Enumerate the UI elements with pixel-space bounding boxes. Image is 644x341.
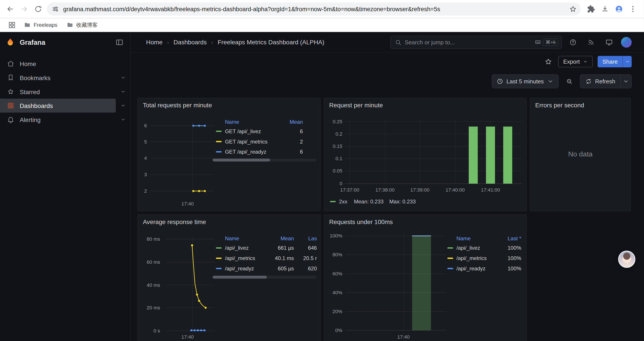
legend-col-last[interactable]: Last *: [498, 235, 521, 241]
back-button[interactable]: [3, 2, 17, 16]
profile-avatar-icon: [615, 5, 623, 13]
browser-menu-button[interactable]: [626, 2, 640, 16]
share-menu-button[interactable]: [623, 56, 632, 67]
downloads-button[interactable]: [598, 2, 612, 16]
bookmark-folder-freeleaps[interactable]: Freeleaps: [21, 20, 60, 30]
series-name[interactable]: /api/_readyz: [456, 265, 486, 272]
chevron-down-icon: [625, 59, 630, 64]
legend-row[interactable]: GET /api/_readyz 6: [216, 147, 303, 157]
sidebar: Grafana Home Bookmarks: [0, 32, 131, 341]
series-name[interactable]: /api/_livez: [456, 245, 480, 251]
sidebar-item-bookmarks[interactable]: Bookmarks: [0, 71, 130, 85]
legend-row[interactable]: GET /api/_metrics 2: [216, 137, 303, 147]
sidebar-item-label: Dashboards: [20, 102, 53, 109]
y-tick: 0.2: [326, 131, 342, 137]
favorite-dashboard-button[interactable]: [544, 57, 554, 67]
panel-title[interactable]: Average response time: [143, 218, 206, 225]
top-header: Home › Dashboards › Freeleaps Metrics Da…: [131, 32, 644, 53]
extensions-button[interactable]: [584, 2, 598, 16]
time-range-label: Last 5 minutes: [506, 78, 544, 85]
scrollbar-thumb[interactable]: [212, 159, 270, 162]
time-range-picker[interactable]: Last 5 minutes: [492, 74, 558, 88]
panel-title[interactable]: Request per minute: [329, 102, 383, 109]
sidebar-item-dashboards[interactable]: Dashboards: [0, 99, 130, 113]
legend-row[interactable]: /api/_metrics 40.1 ms 20.5 r: [216, 253, 317, 263]
panel-title[interactable]: Requests under 100ms: [329, 218, 393, 225]
x-tick: 17:40:00: [441, 187, 470, 193]
series-name[interactable]: /api/_readyz: [225, 265, 254, 272]
apps-grid-button[interactable]: [6, 20, 17, 30]
legend-col-mean[interactable]: Mean: [282, 119, 303, 125]
breadcrumb-separator: ›: [167, 39, 169, 46]
legend-row[interactable]: /api/_readyz 605 µs 620: [216, 263, 317, 274]
refresh-interval-button[interactable]: [620, 75, 631, 88]
scrollbar-thumb[interactable]: [212, 276, 267, 278]
zoom-out-button[interactable]: [562, 74, 576, 88]
sidebar-item-alerting[interactable]: Alerting: [0, 113, 130, 127]
share-button[interactable]: Share: [598, 56, 623, 67]
series-name[interactable]: /api/_livez: [225, 245, 248, 251]
bookmark-folder-blogs[interactable]: 收藏博客: [64, 20, 100, 30]
y-tick: 80%: [324, 252, 342, 258]
expand-bookmarks-button[interactable]: [116, 71, 130, 85]
breadcrumb-dashboards[interactable]: Dashboards: [174, 39, 206, 46]
legend-scrollbar[interactable]: [212, 276, 316, 278]
forward-button[interactable]: [17, 2, 31, 16]
search-input[interactable]: Search or jump to... ⌘+k: [390, 36, 562, 49]
legend-inline: 2xx Mean: 0.233 Max: 0.233: [330, 198, 416, 205]
expand-starred-button[interactable]: [116, 85, 130, 99]
legend-scrollbar[interactable]: [212, 159, 316, 162]
x-tick: 17:41:00: [476, 187, 505, 193]
refresh-button[interactable]: Refresh: [580, 75, 620, 88]
clock-icon: [497, 78, 503, 85]
legend-col-name[interactable]: Name: [225, 119, 239, 125]
dashboard-actions: Export Share: [131, 53, 644, 67]
news-button[interactable]: [584, 35, 598, 49]
legend-row[interactable]: GET /api/_livez 6: [216, 126, 303, 137]
monitor-icon: [606, 38, 613, 46]
display-button[interactable]: [602, 35, 616, 49]
help-button[interactable]: [566, 35, 580, 49]
legend-row[interactable]: /api/_livez 100%: [448, 243, 521, 253]
sidebar-item-home[interactable]: Home: [0, 57, 130, 71]
refresh-label: Refresh: [595, 78, 615, 85]
series-name[interactable]: /api/_metrics: [225, 255, 255, 261]
legend-col-name[interactable]: Name: [225, 235, 239, 241]
x-tick: 17:40: [173, 201, 202, 207]
screen: grafana.mathmast.com/d/deytv4rwavabkb/fr…: [0, 0, 644, 341]
legend-row[interactable]: /api/_metrics 100%: [448, 253, 521, 263]
grafana-logo-icon[interactable]: [5, 37, 15, 47]
series-mean-stat: Mean: 0.233: [354, 198, 384, 204]
legend-col-last[interactable]: Las: [298, 235, 317, 241]
series-last: 100%: [498, 245, 521, 251]
series-name[interactable]: /api/_metrics: [456, 255, 486, 261]
panel-total-requests: Total requests per minute 6 5 4 3 2: [138, 98, 320, 211]
address-bar[interactable]: grafana.mathmast.com/d/deytv4rwavabkb/fr…: [47, 3, 581, 16]
panel-title[interactable]: Total requests per minute: [143, 102, 212, 109]
keyboard-icon: [535, 39, 541, 45]
series-name[interactable]: 2xx: [339, 198, 348, 204]
y-tick: 0%: [324, 327, 342, 333]
legend-col-mean[interactable]: Mean: [268, 235, 294, 241]
expand-dashboards-button[interactable]: [116, 99, 130, 113]
sidebar-toggle-button[interactable]: [112, 35, 126, 49]
expand-alerting-button[interactable]: [116, 113, 130, 127]
floating-avatar[interactable]: [618, 251, 636, 268]
legend-row[interactable]: /api/_readyz 100%: [448, 263, 521, 274]
legend-row[interactable]: /api/_livez 661 µs 646: [216, 243, 317, 253]
bookmark-star-button[interactable]: [566, 2, 580, 16]
series-name[interactable]: GET /api/_metrics: [225, 138, 268, 145]
breadcrumb-home[interactable]: Home: [146, 39, 163, 46]
y-tick: 40 ms: [139, 282, 160, 288]
reload-button[interactable]: [31, 2, 45, 16]
profile-button[interactable]: [612, 2, 626, 16]
export-button[interactable]: Export: [558, 56, 592, 67]
url-text[interactable]: grafana.mathmast.com/d/deytv4rwavabkb/fr…: [63, 6, 566, 12]
legend-col-name[interactable]: Name: [456, 235, 470, 241]
search-shortcut: ⌘+k: [535, 38, 558, 46]
sidebar-item-starred[interactable]: Starred: [0, 85, 130, 99]
series-name[interactable]: GET /api/_readyz: [225, 149, 266, 155]
series-name[interactable]: GET /api/_livez: [225, 128, 261, 134]
user-avatar[interactable]: [621, 37, 632, 48]
site-settings-icon[interactable]: [52, 5, 59, 13]
